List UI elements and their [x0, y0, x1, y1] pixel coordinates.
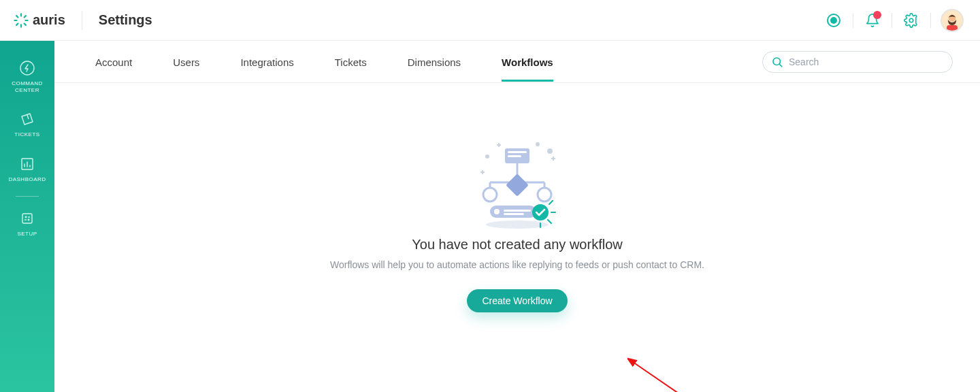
brand-logo[interactable]: auris [14, 12, 65, 28]
svg-line-44 [633, 362, 681, 392]
notification-dot-icon [873, 11, 881, 19]
divider [930, 13, 931, 28]
tab-integrations[interactable]: Integrations [240, 43, 293, 81]
settings-button[interactable] [902, 11, 921, 30]
presence-status-icon[interactable] [824, 11, 843, 30]
search-field[interactable] [762, 51, 953, 73]
main: Account Users Integrations Tickets Dimen… [54, 41, 980, 392]
svg-point-15 [25, 216, 27, 218]
svg-line-40 [549, 201, 553, 204]
svg-point-12 [20, 61, 34, 75]
create-workflow-button[interactable]: Create Workflow [467, 289, 567, 312]
svg-rect-35 [504, 213, 524, 215]
sidebar: COMMAND CENTER TICKETS DASHBOARD SETUP [0, 41, 54, 392]
divider [853, 13, 853, 28]
tab-account[interactable]: Account [95, 43, 132, 81]
svg-point-21 [486, 220, 549, 229]
svg-point-29 [483, 188, 497, 201]
svg-point-8 [909, 18, 913, 22]
tab-dimensions[interactable]: Dimensions [408, 43, 461, 81]
sidebar-item-setup[interactable]: SETUP [0, 205, 54, 243]
svg-rect-27 [508, 151, 527, 153]
svg-line-38 [548, 220, 551, 223]
svg-point-33 [494, 209, 500, 214]
svg-point-17 [28, 219, 30, 221]
svg-line-5 [24, 23, 26, 24]
svg-point-43 [485, 154, 489, 159]
svg-rect-14 [22, 214, 32, 223]
tab-users[interactable]: Users [173, 43, 199, 81]
svg-line-6 [16, 23, 18, 24]
search-icon [771, 56, 783, 68]
sidebar-item-label: TICKETS [14, 131, 39, 138]
empty-subtitle: Worflows will help you to automate actio… [330, 259, 704, 270]
notifications-button[interactable] [863, 11, 882, 30]
page-title: Settings [99, 12, 152, 28]
brand-name: auris [33, 12, 65, 28]
settings-tabs: Account Users Integrations Tickets Dimen… [54, 41, 980, 83]
workflows-empty-state: You have not created any workflow Worflo… [54, 83, 980, 392]
topbar-actions [824, 9, 964, 32]
svg-line-4 [16, 16, 18, 17]
search-input[interactable] [789, 56, 944, 67]
svg-point-42 [547, 148, 553, 154]
tab-tickets[interactable]: Tickets [335, 43, 367, 81]
annotation-arrow-icon [627, 355, 689, 392]
svg-rect-28 [508, 155, 521, 157]
sidebar-item-tickets[interactable]: TICKETS [0, 105, 54, 144]
user-avatar[interactable] [941, 9, 964, 32]
sidebar-separator [16, 196, 39, 197]
tab-workflows[interactable]: Workflows [502, 43, 553, 81]
svg-line-20 [779, 64, 782, 67]
sidebar-item-command-center[interactable]: COMMAND CENTER [0, 54, 54, 99]
sidebar-item-label: COMMAND CENTER [0, 80, 54, 93]
sidebar-item-label: SETUP [17, 231, 37, 238]
topbar: auris Settings [0, 0, 980, 41]
svg-point-36 [532, 204, 549, 220]
svg-rect-11 [947, 25, 958, 31]
empty-title: You have not created any workflow [412, 237, 622, 252]
svg-point-30 [538, 188, 551, 201]
divider [82, 11, 82, 30]
divider [892, 13, 892, 28]
svg-line-7 [24, 16, 26, 17]
sidebar-item-label: DASHBOARD [8, 176, 46, 183]
svg-point-41 [536, 142, 540, 146]
svg-rect-31 [506, 174, 529, 197]
brand-mark-icon [14, 13, 29, 28]
svg-rect-34 [504, 210, 531, 212]
workflow-illustration-icon [449, 124, 585, 233]
sidebar-item-dashboard[interactable]: DASHBOARD [0, 150, 54, 189]
